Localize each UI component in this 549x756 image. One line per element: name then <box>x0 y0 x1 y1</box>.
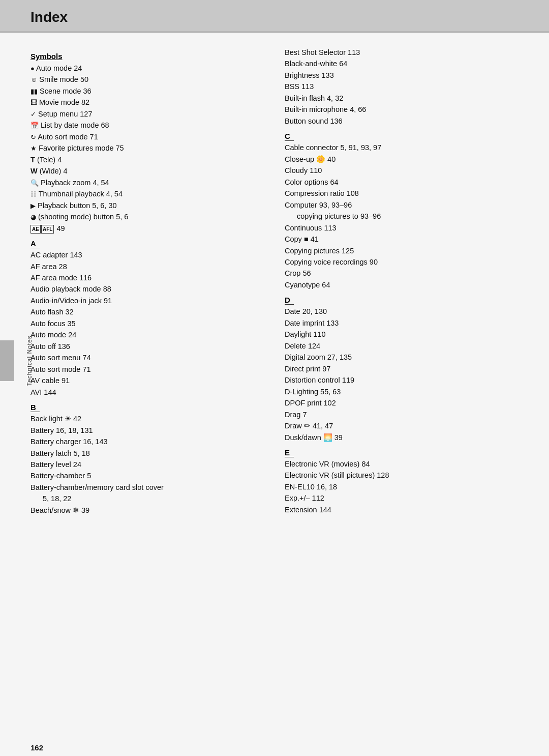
list-item: ✓ Setup menu 127 <box>30 108 264 120</box>
list-item: Digital zoom 27, 135 <box>285 352 518 363</box>
list-item: Auto sort menu 74 <box>30 352 264 363</box>
list-item: 🎞 Movie mode 82 <box>30 97 264 108</box>
list-item: Auto off 136 <box>30 341 264 352</box>
list-item: Auto mode 24 <box>30 329 264 340</box>
list-item: Battery 16, 18, 131 <box>30 425 264 436</box>
list-item: Auto focus 35 <box>30 318 264 329</box>
list-item: Compression ratio 108 <box>285 188 518 199</box>
list-item: Crop 56 <box>285 268 518 279</box>
content: Symbols ● Auto mode 24 ☺ Smile mode 50 ▮… <box>0 33 549 739</box>
list-item: ↻ Auto sort mode 71 <box>30 131 264 142</box>
right-column: Best Shot Selector 113 Black-and-white 6… <box>285 47 518 725</box>
list-item: Cyanotype 64 <box>285 279 518 290</box>
list-item: Cable connector 5, 91, 93, 97 <box>285 142 518 153</box>
list-item: ▮▮ Scene mode 36 <box>30 85 264 97</box>
list-item: Distortion control 119 <box>285 374 518 386</box>
letter-b-heading: B <box>30 403 40 412</box>
list-item: Button sound 136 <box>285 115 518 127</box>
list-item: Built-in flash 4, 32 <box>285 93 518 104</box>
list-item: Battery level 24 <box>30 459 264 470</box>
list-item: Draw ✏ 41, 47 <box>285 420 518 431</box>
list-item: Date imprint 133 <box>285 317 518 329</box>
list-item: Delete 124 <box>285 340 518 352</box>
page: Technical Notes Index Symbols ● Auto mod… <box>0 0 549 756</box>
list-item: Drag 7 <box>285 409 518 420</box>
list-item: Auto sort mode 71 <box>30 364 264 375</box>
list-item: Electronic VR (movies) 84 <box>285 458 518 470</box>
list-item: D-Lighting 55, 63 <box>285 386 518 397</box>
list-item: copying pictures to 93–96 <box>285 211 518 222</box>
list-item: Black-and-white 64 <box>285 58 518 69</box>
list-item: Direct print 97 <box>285 363 518 374</box>
list-item: Copying pictures 125 <box>285 245 518 256</box>
list-item: Electronic VR (still pictures) 128 <box>285 470 518 481</box>
list-item: ◕ (shooting mode) button 5, 6 <box>30 211 264 222</box>
list-item: Battery-chamber 5 <box>30 470 264 481</box>
list-item: EN-EL10 16, 18 <box>285 481 518 492</box>
list-item: Copy ■ 41 <box>285 234 518 245</box>
list-item: Battery-chamber/memory card slot cover <box>30 482 264 493</box>
list-item: Copying voice recordings 90 <box>285 256 518 268</box>
letter-e-heading: E <box>285 448 294 457</box>
list-item: AF area mode 116 <box>30 272 264 283</box>
list-item: Brightness 133 <box>285 70 518 81</box>
list-item: Exp.+/– 112 <box>285 492 518 504</box>
list-item: Audio-in/Video-in jack 91 <box>30 295 264 306</box>
list-item: Close-up 🌼 40 <box>285 154 518 165</box>
list-item: ● Auto mode 24 <box>30 63 264 74</box>
list-item: Color options 64 <box>285 177 518 188</box>
list-item: AF area 28 <box>30 261 264 272</box>
letter-d-heading: D <box>285 296 294 305</box>
list-item: BSS 113 <box>285 81 518 92</box>
header-bar: Index <box>0 0 549 33</box>
list-item: 🔍 Playback zoom 4, 54 <box>30 177 264 188</box>
list-item: AC adapter 143 <box>30 249 264 260</box>
list-item: 5, 18, 22 <box>30 493 264 504</box>
list-item: Auto flash 32 <box>30 306 264 317</box>
list-item: Audio playback mode 88 <box>30 283 264 295</box>
side-label: Technical Notes <box>26 335 33 386</box>
list-item: Cloudy 110 <box>285 165 518 176</box>
left-column: Symbols ● Auto mode 24 ☺ Smile mode 50 ▮… <box>30 47 264 725</box>
list-item: ▶ Playback button 5, 6, 30 <box>30 200 264 211</box>
list-item: Computer 93, 93–96 <box>285 199 518 211</box>
list-item: DPOF print 102 <box>285 397 518 409</box>
list-item: Battery latch 5, 18 <box>30 448 264 459</box>
list-item: Dusk/dawn 🌅 39 <box>285 432 518 443</box>
list-item: AVI 144 <box>30 387 264 398</box>
page-title: Index <box>30 9 518 25</box>
list-item: T (Tele) 4 <box>30 154 264 165</box>
list-item: 📅 List by date mode 68 <box>30 120 264 131</box>
list-item: Battery charger 16, 143 <box>30 436 264 447</box>
list-item: ☷ Thumbnail playback 4, 54 <box>30 188 264 199</box>
list-item: Extension 144 <box>285 504 518 515</box>
list-item: Continuous 113 <box>285 222 518 234</box>
list-item: AEAFL 49 <box>30 223 264 234</box>
list-item: W (Wide) 4 <box>30 165 264 177</box>
list-item: Best Shot Selector 113 <box>285 47 518 58</box>
list-item: AV cable 91 <box>30 375 264 386</box>
list-item: Beach/snow ❄ 39 <box>30 505 264 516</box>
letter-a-heading: A <box>30 239 40 248</box>
list-item: ★ Favorite pictures mode 75 <box>30 142 264 154</box>
page-number: 162 <box>0 739 549 756</box>
letter-c-heading: C <box>285 132 294 141</box>
list-item: Date 20, 130 <box>285 306 518 317</box>
side-tab: Technical Notes <box>0 340 14 381</box>
list-item: Back light ☀ 42 <box>30 413 264 424</box>
list-item: Daylight 110 <box>285 329 518 340</box>
list-item: ☺ Smile mode 50 <box>30 74 264 85</box>
list-item: Built-in microphone 4, 66 <box>285 104 518 115</box>
symbols-header: Symbols <box>30 52 264 61</box>
